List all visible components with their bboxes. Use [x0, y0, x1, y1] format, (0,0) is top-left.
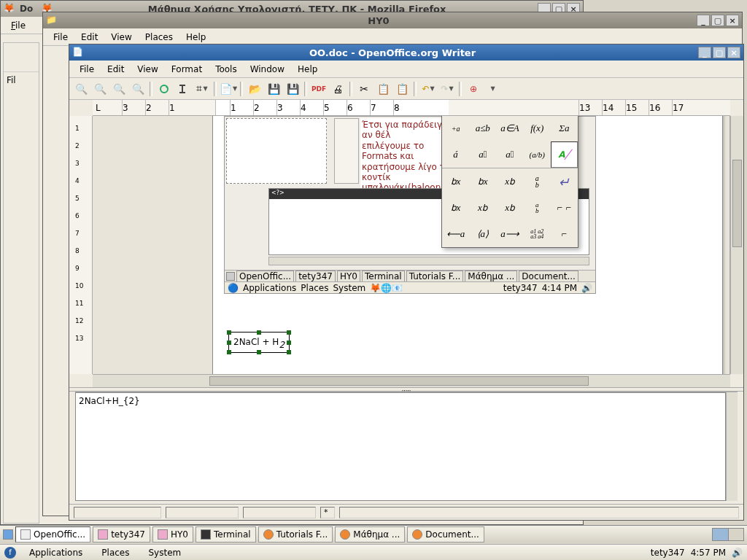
- sel-relations[interactable]: a≤b: [469, 116, 496, 141]
- sel-rsub[interactable]: xb: [496, 195, 523, 221]
- print-icon[interactable]: 🖨: [329, 80, 347, 98]
- zoom-page-icon[interactable]: 🔍: [129, 80, 147, 98]
- sel-matrix[interactable]: a1 a2a3 a4: [524, 221, 551, 247]
- horizontal-scrollbar[interactable]: [93, 374, 730, 387]
- fm-menu-places[interactable]: Places: [139, 30, 179, 44]
- refresh-icon[interactable]: [155, 80, 173, 98]
- fm-minimize-button[interactable]: _: [697, 15, 710, 26]
- svg-rect-3: [179, 92, 185, 93]
- fm-menu-file[interactable]: File: [47, 30, 74, 44]
- sel-blank[interactable]: ⌐: [551, 221, 578, 247]
- sel-operators[interactable]: Σa: [551, 116, 578, 141]
- sel-rsup[interactable]: xb: [496, 168, 523, 195]
- sel-newline[interactable]: ↵: [551, 168, 578, 195]
- pdf-export-icon[interactable]: PDF: [310, 80, 328, 98]
- sel-lsup[interactable]: bx: [469, 168, 496, 195]
- redo-icon[interactable]: ↷▼: [438, 80, 456, 98]
- ow-menu-format[interactable]: Format: [166, 62, 208, 77]
- ow-menu-help[interactable]: Help: [292, 62, 323, 77]
- ow-menu-view[interactable]: View: [131, 62, 163, 77]
- taskbtn-tutorials[interactable]: Tutorials F...: [258, 526, 333, 542]
- show-desktop-icon[interactable]: [3, 529, 13, 540]
- sel-attributes[interactable]: á: [442, 141, 469, 168]
- panel-places[interactable]: Places: [96, 545, 135, 560]
- fm-maximize-button[interactable]: ▢: [711, 15, 724, 26]
- selection-panel[interactable]: 🔷 Selection × +a a≤b a∈A f(x) Σa á a⃗ a͞…: [441, 116, 578, 248]
- ow-menu-edit[interactable]: Edit: [101, 62, 130, 77]
- ow-menu-file[interactable]: File: [74, 62, 100, 77]
- fm-close-button[interactable]: ×: [726, 15, 739, 26]
- new-doc-icon[interactable]: 📄▼: [220, 80, 237, 98]
- ow-minimize-button[interactable]: _: [698, 47, 711, 58]
- paste-icon[interactable]: 📋: [393, 80, 411, 98]
- sel-setops[interactable]: a∈A: [496, 116, 523, 141]
- zoom-in-icon[interactable]: 🔍: [72, 80, 90, 98]
- fm-menu-help[interactable]: Help: [180, 30, 212, 44]
- document-area[interactable]: Έτσι για παράδειγμα αν θέλ επιλέγουμε το…: [93, 116, 730, 374]
- taskbtn-document[interactable]: Document...: [407, 526, 484, 542]
- ow-close-button[interactable]: ×: [727, 47, 740, 58]
- sel-vec[interactable]: a⃗: [469, 141, 496, 168]
- sel-alignc[interactable]: ⟨a⟩: [469, 221, 496, 247]
- zoom-out-icon[interactable]: 🔍: [91, 80, 109, 98]
- vertical-scrollbar[interactable]: [730, 116, 743, 374]
- cut-icon[interactable]: ✂: [355, 80, 373, 98]
- writer-titlebar[interactable]: 📄 OO.doc - OpenOffice.org Writer _ ▢ ×: [69, 44, 743, 61]
- copy-icon[interactable]: 📋: [374, 80, 392, 98]
- zoom-100-icon[interactable]: 🔍: [110, 80, 128, 98]
- vertical-ruler[interactable]: 1 2 3 4 5 6 7 8 9 10 11 12 13: [69, 116, 93, 374]
- sel-lsub2[interactable]: bx: [442, 195, 469, 221]
- inner-task-tety: tety347: [295, 271, 336, 282]
- window-list-taskbar: OpenOffic... tety347 HY0 Terminal Tutori…: [0, 525, 747, 542]
- taskbtn-openoffice[interactable]: OpenOffic...: [15, 526, 90, 542]
- help-icon[interactable]: ⊕: [465, 80, 482, 98]
- sel-formats[interactable]: A╱: [551, 141, 578, 168]
- panel-time[interactable]: 4:57 PM: [691, 548, 726, 558]
- open-icon[interactable]: 📂: [246, 80, 263, 98]
- sel-brackets[interactable]: (a/b): [524, 141, 551, 168]
- selection-grid: +a a≤b a∈A f(x) Σa á a⃗ a͞ (a/b) A╱ bx b…: [442, 116, 578, 247]
- taskbtn-tety347[interactable]: tety347: [93, 526, 150, 542]
- ow-menu-tools[interactable]: Tools: [209, 62, 243, 77]
- sel-unary[interactable]: +a: [442, 116, 469, 141]
- fedora-logo-icon[interactable]: f: [4, 547, 16, 559]
- sel-bar[interactable]: a͞: [496, 141, 523, 168]
- firefox-icon: 🦊: [4, 3, 15, 15]
- sel-stack[interactable]: ab: [524, 195, 551, 221]
- formula-rendered: 2NaCl + H: [233, 337, 279, 347]
- svg-rect-2: [179, 85, 185, 86]
- save-as-icon[interactable]: 💾: [284, 80, 301, 98]
- panel-applications[interactable]: Applications: [23, 545, 88, 560]
- ow-maximize-button[interactable]: ▢: [713, 47, 726, 58]
- fm-menu-edit[interactable]: Edit: [75, 30, 104, 44]
- sel-frac[interactable]: ab: [524, 168, 551, 195]
- sel-alignl[interactable]: ⟵a: [442, 221, 469, 247]
- grid-icon[interactable]: ⌗▼: [193, 80, 211, 98]
- sel-gap[interactable]: ⌐ ⌐: [551, 195, 578, 221]
- cmd-scrollbar[interactable]: [726, 392, 738, 501]
- taskbtn-mathima[interactable]: Μάθημα ...: [335, 526, 405, 542]
- firefox-sidebar-stub: Fil: [3, 42, 39, 524]
- fm-menu-view[interactable]: View: [105, 30, 137, 44]
- volume-icon[interactable]: 🔊: [732, 548, 743, 558]
- sel-functions[interactable]: f(x): [524, 116, 551, 141]
- undo-icon[interactable]: ↶▼: [419, 80, 437, 98]
- toolbar-overflow-icon[interactable]: ▼: [484, 80, 501, 98]
- sel-lsub[interactable]: bx: [442, 168, 469, 195]
- cursor-icon[interactable]: [174, 80, 192, 98]
- panel-user[interactable]: tety347: [651, 548, 685, 558]
- sel-csub[interactable]: xb: [469, 195, 496, 221]
- taskbtn-hy0[interactable]: HY0: [152, 526, 193, 542]
- workspace-switcher[interactable]: [712, 528, 744, 541]
- save-icon[interactable]: 💾: [265, 80, 282, 98]
- sel-alignr[interactable]: a⟶: [496, 221, 523, 247]
- filemanager-titlebar[interactable]: 📁 HY0 _ ▢ ×: [43, 12, 742, 28]
- inner-task-document: Document...: [519, 271, 578, 282]
- panel-system[interactable]: System: [142, 545, 187, 560]
- taskbtn-terminal[interactable]: Terminal: [196, 526, 256, 542]
- firefox-menu-file[interactable]: File: [5, 18, 31, 33]
- horizontal-ruler[interactable]: L 3 2 1 1 2 3 4 5 6 7 8 13 14 15 16 17: [93, 100, 730, 116]
- math-formula-object[interactable]: 2NaCl + H2: [228, 332, 290, 353]
- formula-command-input[interactable]: 2NaCl+H_{2}: [75, 392, 726, 501]
- ow-menu-window[interactable]: Window: [244, 62, 290, 77]
